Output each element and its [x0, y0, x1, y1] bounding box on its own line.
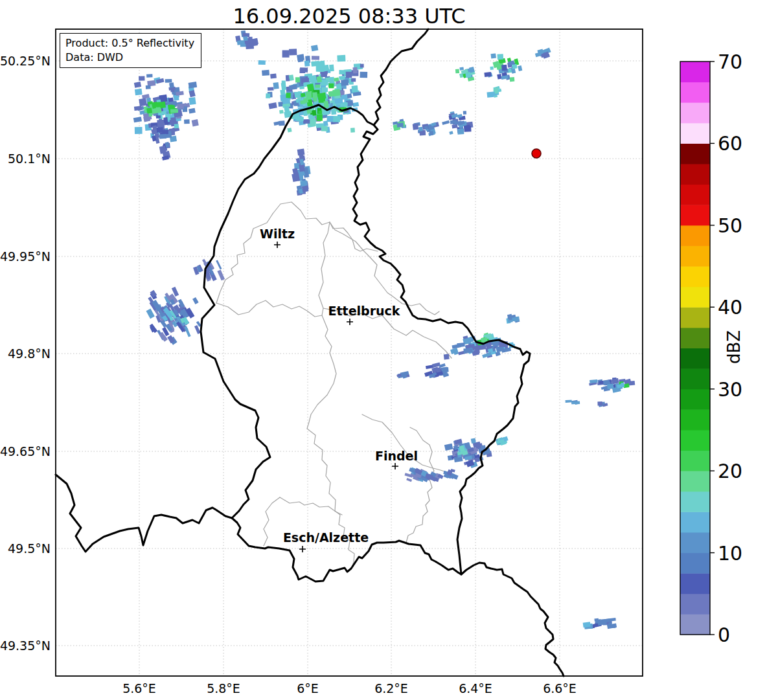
- echo-cell: [268, 87, 274, 91]
- echo-cell: [178, 299, 185, 308]
- colorbar-segment: [680, 245, 710, 266]
- echo-cell: [621, 383, 624, 387]
- city-label-esch-alzette: Esch/Alzette: [283, 530, 369, 545]
- echo-cell: [329, 65, 334, 72]
- echo-cluster-sauer-w-bits: [396, 371, 409, 379]
- colorbar-segment: [680, 594, 710, 615]
- echo-cell: [243, 36, 248, 41]
- echo-cell: [162, 130, 168, 134]
- echo-cell: [162, 155, 169, 161]
- colorbar-tick-label: 0: [718, 624, 730, 646]
- echo-cell: [304, 61, 310, 67]
- echo-cell: [572, 401, 580, 405]
- echo-cell: [169, 82, 174, 88]
- echo-cluster-findel-main: [444, 438, 492, 468]
- colorbar-tick-label: 50: [718, 214, 742, 236]
- echo-cell: [475, 347, 480, 354]
- echo-cluster-findel-streak: [404, 467, 441, 482]
- district-border-line: [264, 497, 280, 546]
- echo-cell: [157, 102, 161, 107]
- echo-cell: [159, 134, 166, 139]
- echo-cell: [487, 91, 494, 97]
- echo-cell: [323, 87, 328, 92]
- echo-cell: [429, 131, 433, 135]
- echo-cell: [282, 50, 290, 57]
- echo-cell: [459, 67, 464, 71]
- echo-cell: [583, 622, 591, 627]
- echo-cell: [177, 104, 183, 109]
- colorbar-segment: [680, 164, 710, 185]
- echo-cell: [146, 107, 152, 113]
- echo-cell: [352, 67, 357, 74]
- echo-cell: [192, 119, 199, 126]
- echo-cell: [311, 45, 318, 51]
- echo-cell: [168, 104, 173, 109]
- echo-cell: [216, 260, 222, 269]
- y-tick-label: 49.8°N: [8, 346, 51, 361]
- echo-cell: [279, 110, 284, 114]
- echo-cell: [134, 106, 142, 111]
- echo-cell: [449, 131, 453, 135]
- echo-cell: [278, 102, 283, 107]
- echo-cell: [273, 82, 279, 89]
- country-border-line: [56, 475, 232, 552]
- echo-cell: [323, 101, 328, 108]
- echo-cell: [318, 111, 322, 115]
- echo-cell: [455, 69, 459, 74]
- x-tick-label: 6.6°E: [543, 681, 577, 695]
- legend-product-line: Product: 0.5° Reflectivity: [65, 36, 194, 51]
- echo-cell: [135, 89, 143, 95]
- echo-cell: [341, 80, 349, 86]
- colorbar-segment: [680, 185, 710, 205]
- echo-cell: [184, 326, 190, 337]
- echo-cell: [484, 72, 491, 77]
- colorbar-segment: [680, 205, 710, 225]
- colorbar-segment: [680, 532, 710, 553]
- echo-cell: [312, 92, 317, 98]
- district-border-line: [406, 427, 434, 543]
- echo-cluster-sauer-sw: [424, 363, 449, 378]
- echo-cell: [512, 317, 516, 322]
- echo-cell: [339, 70, 344, 74]
- echo-cell: [450, 120, 457, 124]
- country-border-line: [461, 563, 564, 676]
- colorbar-segment: [680, 389, 710, 410]
- echo-cell: [299, 69, 305, 73]
- echo-cell: [303, 98, 308, 103]
- echo-cell: [406, 478, 412, 482]
- echo-cell: [463, 348, 473, 354]
- echo-cell: [463, 111, 466, 115]
- colorbar-segment: [680, 491, 710, 512]
- echo-cell: [310, 119, 315, 126]
- district-border-line: [216, 300, 322, 317]
- colorbar-segment: [680, 451, 710, 471]
- district-border-line: [280, 497, 342, 515]
- x-tick-label: 5.6°E: [122, 681, 156, 695]
- echo-cell: [351, 78, 356, 82]
- echo-cell: [360, 64, 364, 68]
- colorbar-tick-label: 30: [718, 378, 742, 400]
- echo-cell: [189, 108, 196, 114]
- luxembourg-border: [201, 105, 530, 581]
- echo-cluster-north-tail: [292, 149, 310, 196]
- colorbar-segment: [680, 573, 710, 594]
- echo-cell: [566, 400, 572, 403]
- echo-cell: [299, 164, 304, 172]
- city-marker-wiltz: [274, 242, 280, 248]
- district-border-line: [362, 414, 457, 477]
- colorbar-segment: [680, 62, 710, 82]
- x-tick-label: 5.8°E: [207, 681, 240, 695]
- echo-cell: [262, 70, 269, 76]
- echo-cell: [258, 60, 266, 65]
- echo-cell: [316, 65, 325, 72]
- colorbar-tick-label: 10: [718, 541, 742, 564]
- echo-cell: [184, 119, 190, 124]
- echo-cluster-findel-teal-2: [496, 436, 509, 446]
- echo-cell: [432, 363, 441, 368]
- echo-cluster-east-dash-2: [597, 401, 608, 407]
- radar-site-dot: [532, 149, 541, 158]
- echo-cell: [192, 297, 199, 304]
- echo-cell: [335, 98, 343, 104]
- colorbar-segment: [680, 614, 710, 635]
- y-tick-label: 49.5°N: [8, 541, 51, 556]
